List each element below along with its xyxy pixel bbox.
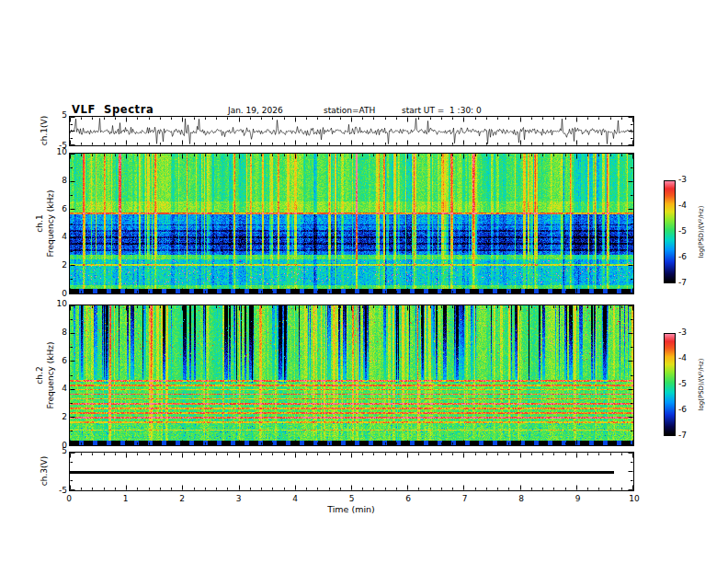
- ch1-spectrogram-axis-label-line2: Frequency (kHz): [46, 190, 55, 257]
- x-axis-title: Time (min): [319, 504, 383, 514]
- ch1-spectrogram-y-tick-label: 6: [45, 204, 67, 214]
- x-tick-label: 3: [232, 494, 246, 504]
- x-tick-label: 4: [288, 494, 302, 504]
- colorbar-ch2: [664, 333, 676, 436]
- x-tick-label: 6: [401, 494, 415, 504]
- x-tick-label: 8: [514, 494, 529, 504]
- ch2-spectrogram-y-tick-label: 10: [45, 299, 67, 309]
- ch1-voltage-y-tick-label: 5: [45, 110, 67, 121]
- ch2-spectrogram-panel: [69, 304, 634, 446]
- x-tick-label: 10: [627, 494, 642, 504]
- colorbar-ch1-tick-label: -3: [678, 175, 697, 185]
- ch1-voltage-y-tick-label: -5: [45, 141, 67, 151]
- ch2-spectrogram-y-tick-label: 4: [45, 384, 67, 394]
- ch1-spectrogram-plot: [70, 154, 633, 293]
- ch2-spectrogram-y-tick-label: 8: [45, 327, 67, 338]
- date-label: Jan. 19, 2026: [228, 106, 283, 115]
- ch3-voltage-y-tick-label: 5: [45, 446, 67, 456]
- colorbar-ch2-tick-label: -5: [678, 379, 697, 389]
- ch1-waveform-plot: [70, 117, 633, 145]
- ch1-spectrogram-y-tick-label: 8: [45, 176, 67, 186]
- ch2-spectrogram-y-tick-label: 6: [45, 356, 67, 366]
- colorbar-ch1-tick-label: -4: [678, 201, 697, 211]
- colorbar-ch2-gradient: [665, 334, 675, 435]
- ch3-voltage-y-tick-label: -5: [45, 486, 67, 496]
- x-tick-label: 2: [175, 494, 189, 504]
- colorbar-ch1-tick-label: -7: [678, 278, 697, 288]
- colorbar-ch1-tick-label: -6: [678, 252, 697, 262]
- colorbar-ch1: [664, 180, 676, 283]
- ch1-spectrogram-y-tick-label: 2: [45, 260, 67, 270]
- colorbar-ch2-tick-label: -6: [678, 405, 697, 415]
- colorbar-ch1-gradient: [665, 181, 675, 282]
- x-tick-label: 7: [458, 494, 472, 504]
- ch3-waveform-panel: [69, 452, 634, 491]
- x-tick-label: 5: [345, 494, 359, 504]
- colorbar-ch2-tick-label: -4: [678, 353, 697, 363]
- ch3-voltage-axis-label: ch.3(V): [40, 456, 49, 486]
- ch2-spectrogram-y-tick-label: 2: [45, 412, 67, 422]
- ch2-spectrogram-axis-label-line2: Frequency (kHz): [46, 341, 55, 408]
- colorbar-ch2-axis-label: log(PSD)/(V²/Hz): [698, 359, 705, 411]
- ch2-spectrogram-plot: [70, 305, 633, 445]
- colorbar-ch1-tick-label: -5: [678, 226, 697, 236]
- vlf-spectra-figure: VLF Spectra Jan. 19, 2026 station=ATH st…: [0, 0, 728, 563]
- ch2-spectrogram-axis-label-line1: ch.2: [35, 366, 44, 384]
- station-label: station=ATH: [324, 106, 375, 115]
- x-tick-label: 1: [119, 494, 133, 504]
- ch1-waveform-panel: [69, 116, 634, 146]
- page-title: VLF Spectra: [72, 103, 154, 116]
- ch1-spectrogram-y-tick-label: 0: [45, 289, 67, 299]
- colorbar-ch2-tick-label: -3: [678, 327, 697, 338]
- start-ut-label: start UT = 1 :30: 0: [402, 106, 482, 115]
- ch1-spectrogram-axis-label-line1: ch.1: [35, 214, 44, 232]
- ch3-waveform-plot: [70, 453, 633, 490]
- ch1-spectrogram-y-tick-label: 4: [45, 232, 67, 242]
- colorbar-ch1-axis-label: log(PSD)/(V²/Hz): [698, 206, 705, 259]
- ch1-spectrogram-panel: [69, 153, 634, 294]
- colorbar-ch2-tick-label: -7: [678, 431, 697, 441]
- x-tick-label: 9: [571, 494, 586, 504]
